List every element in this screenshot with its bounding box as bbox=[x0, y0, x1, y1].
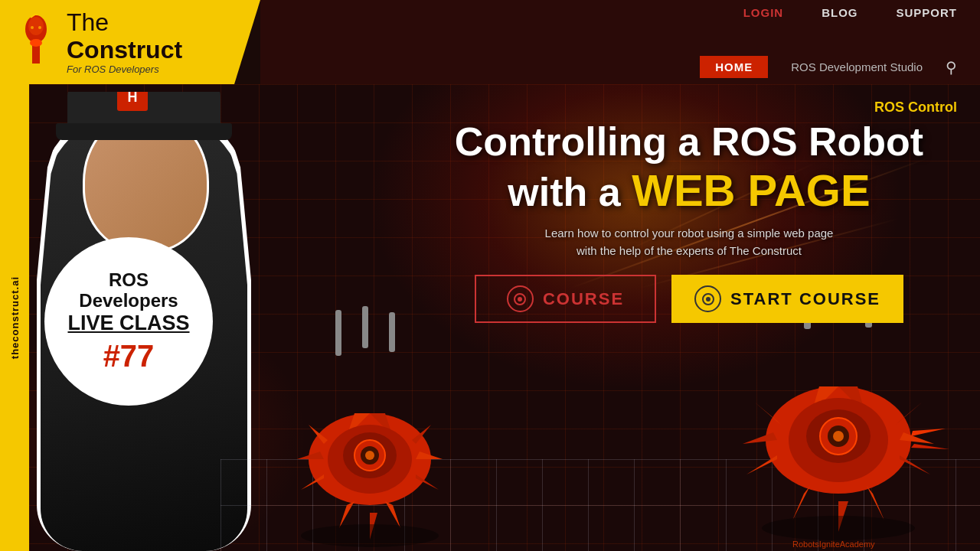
person-cap-brim bbox=[56, 123, 232, 140]
course-info: ROS Control Controlling a ROS Robot with… bbox=[421, 99, 957, 323]
logo-the: The bbox=[67, 8, 109, 36]
svg-marker-42 bbox=[746, 455, 777, 474]
course-button-icon bbox=[507, 285, 534, 312]
svg-point-5 bbox=[31, 26, 34, 29]
logo-subtitle: For ROS Developers bbox=[67, 64, 182, 75]
site-url-label: theconstruct.ai bbox=[9, 276, 21, 359]
logo-name: The Construct bbox=[67, 9, 182, 63]
main-area: H TheConstruct ROS Developers LIVE CLASS… bbox=[29, 84, 980, 551]
logo-text: The Construct For ROS Developers bbox=[67, 9, 182, 74]
svg-point-6 bbox=[38, 26, 41, 29]
logo-area: The Construct For ROS Developers bbox=[0, 0, 260, 84]
course-title-line2: with a bbox=[508, 170, 620, 214]
svg-rect-15 bbox=[389, 312, 395, 352]
svg-marker-27 bbox=[385, 501, 400, 528]
home-button[interactable]: HOME bbox=[700, 56, 768, 78]
start-course-button-label: START COURSE bbox=[730, 289, 880, 309]
svg-point-57 bbox=[762, 516, 915, 540]
header-right: LOGIN BLOG SUPPORT HOME ROS Development … bbox=[260, 0, 980, 84]
left-bar: theconstruct.ai bbox=[0, 84, 29, 551]
svg-text:RobotsIgniteAcademy: RobotsIgniteAcademy bbox=[792, 540, 875, 549]
search-icon[interactable]: ⚲ bbox=[946, 58, 957, 77]
badge-line3: LIVE CLASS bbox=[67, 311, 189, 335]
support-link[interactable]: SUPPORT bbox=[896, 6, 957, 19]
ros-dev-studio-link[interactable]: ROS Development Studio bbox=[791, 60, 923, 73]
robots-area: RobotsIgniteAcademy bbox=[220, 291, 980, 551]
badge-number: #77 bbox=[103, 339, 155, 373]
svg-marker-25 bbox=[339, 501, 354, 528]
svg-marker-50 bbox=[911, 444, 949, 449]
nav-bottom: HOME ROS Development Studio ⚲ bbox=[306, 56, 957, 78]
badge-line1: ROS bbox=[109, 270, 149, 290]
circle-badge: ROS Developers LIVE CLASS #77 bbox=[44, 237, 213, 406]
course-title: Controlling a ROS Robot with a WEB PAGE bbox=[421, 119, 957, 216]
svg-marker-46 bbox=[792, 486, 810, 520]
svg-point-33 bbox=[301, 524, 439, 547]
logo-construct: Construct bbox=[67, 36, 182, 64]
button-row: COURSE START COURSE bbox=[421, 275, 957, 323]
svg-marker-48 bbox=[867, 486, 884, 520]
logo-icon bbox=[15, 14, 57, 71]
blog-link[interactable]: BLOG bbox=[822, 6, 858, 19]
svg-point-12 bbox=[706, 297, 710, 302]
login-link[interactable]: LOGIN bbox=[743, 6, 784, 19]
course-title-line1: Controlling a ROS Robot bbox=[455, 119, 923, 164]
start-course-button-icon bbox=[694, 285, 721, 312]
svg-rect-13 bbox=[335, 310, 341, 356]
svg-point-10 bbox=[518, 297, 522, 302]
svg-point-55 bbox=[833, 431, 844, 442]
course-button-label: COURSE bbox=[543, 289, 624, 309]
svg-point-32 bbox=[365, 451, 374, 460]
course-description: Learn how to control your robot using a … bbox=[421, 225, 957, 259]
course-title-accent: WEB PAGE bbox=[632, 165, 871, 215]
cap-logo: H bbox=[117, 92, 148, 111]
course-category: ROS Control bbox=[421, 99, 957, 116]
nav-top: LOGIN BLOG SUPPORT bbox=[306, 6, 957, 19]
svg-point-4 bbox=[30, 39, 42, 47]
course-button[interactable]: COURSE bbox=[475, 275, 656, 323]
course-desc-line1: Learn how to control your robot using a … bbox=[545, 227, 834, 240]
svg-point-2 bbox=[28, 17, 44, 35]
svg-rect-14 bbox=[362, 306, 368, 348]
header: The Construct For ROS Developers LOGIN B… bbox=[0, 0, 980, 84]
svg-marker-45 bbox=[900, 455, 930, 474]
svg-marker-49 bbox=[911, 429, 946, 436]
robot-left bbox=[251, 306, 481, 551]
badge-line2: Developers bbox=[79, 291, 178, 311]
start-course-button[interactable]: START COURSE bbox=[671, 275, 903, 323]
course-desc-line2: with the help of the experts of The Cons… bbox=[577, 244, 802, 257]
